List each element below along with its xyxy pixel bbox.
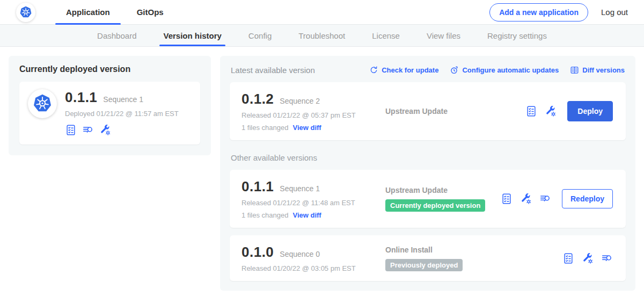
- version-row-info: 0.1.1 Sequence 1 Released 01/21/22 @ 11:…: [241, 178, 375, 219]
- released-timestamp: Released 01/21/22 @ 11:48 am EST: [241, 199, 375, 207]
- configure-automatic-updates-link[interactable]: Configure automatic updates: [450, 66, 559, 75]
- sequence-label: Sequence 1: [280, 184, 320, 193]
- refresh-icon: [369, 66, 378, 75]
- source-label: Upstream Update: [385, 107, 525, 116]
- preflight-checks-icon[interactable]: [501, 193, 513, 205]
- deployed-timestamp: Deployed 01/21/22 @ 11:57 am EST: [65, 110, 179, 118]
- edit-config-icon[interactable]: [582, 252, 594, 264]
- edit-config-icon[interactable]: [99, 124, 111, 136]
- preflight-checks-icon[interactable]: [525, 105, 537, 117]
- tab-config-label: Config: [248, 31, 272, 40]
- sequence-label: Sequence 0: [280, 250, 320, 258]
- version-actions: Check for update Configure automatic upd…: [369, 66, 625, 75]
- app-header: Application GitOps Add a new application…: [0, 0, 644, 25]
- deploy-logs-icon[interactable]: [82, 124, 94, 136]
- version-number: 0.1.0: [241, 244, 274, 261]
- released-timestamp: Released 01/20/22 @ 03:05 pm EST: [241, 264, 375, 272]
- tab-registry-settings[interactable]: Registry settings: [474, 25, 560, 46]
- deploy-logs-icon[interactable]: [601, 252, 613, 264]
- tab-application-label: Application: [66, 8, 110, 17]
- files-changed-label: 1 files changed: [241, 124, 288, 132]
- version-row-info: 0.1.2 Sequence 2 Released 01/21/22 @ 05:…: [241, 91, 375, 132]
- schedule-icon: [450, 66, 459, 75]
- tab-application[interactable]: Application: [57, 0, 119, 25]
- kubernetes-app-icon: [28, 89, 57, 118]
- tab-license[interactable]: License: [358, 25, 413, 46]
- version-history-panel: Latest available version Check for updat…: [220, 56, 635, 291]
- deployed-version-info: 0.1.1 Sequence 1 Deployed 01/21/22 @ 11:…: [65, 89, 179, 136]
- version-row-actions: Deploy: [525, 101, 614, 121]
- tab-gitops[interactable]: GitOps: [128, 0, 172, 25]
- other-versions-title: Other available versions: [231, 153, 626, 162]
- version-row-source: Online Install Previously deployed: [375, 246, 562, 271]
- logout-link[interactable]: Log out: [601, 8, 628, 17]
- sequence-label: Sequence 2: [280, 97, 320, 105]
- tab-version-history-label: Version history: [163, 31, 221, 40]
- latest-available-title: Latest available version: [231, 66, 315, 75]
- tab-view-files-label: View files: [427, 31, 460, 40]
- version-row-source: Upstream Update Currently deployed versi…: [375, 186, 501, 212]
- version-row: 0.1.1 Sequence 1 Released 01/21/22 @ 11:…: [230, 170, 626, 228]
- tab-troubleshoot[interactable]: Troubleshoot: [285, 25, 358, 46]
- preflight-checks-icon[interactable]: [65, 124, 77, 136]
- app-subnav: Dashboard Version history Config Trouble…: [0, 25, 644, 47]
- configure-automatic-updates-label: Configure automatic updates: [462, 66, 559, 74]
- deploy-logs-icon[interactable]: [539, 193, 551, 205]
- versions-header: Latest available version Check for updat…: [230, 64, 626, 75]
- preflight-checks-icon[interactable]: [562, 252, 574, 264]
- files-changed-label: 1 files changed: [241, 211, 288, 219]
- redeploy-button[interactable]: Redeploy: [562, 189, 613, 208]
- currently-deployed-panel: Currently deployed version: [9, 56, 211, 155]
- diff-versions-link[interactable]: Diff versions: [570, 66, 625, 75]
- version-row: 0.1.0 Sequence 0 Released 01/20/22 @ 03:…: [230, 235, 626, 281]
- source-label: Upstream Update: [385, 186, 501, 194]
- version-number: 0.1.2: [241, 91, 274, 107]
- deployed-sequence-label: Sequence 1: [103, 95, 143, 104]
- tab-view-files[interactable]: View files: [413, 25, 474, 46]
- tab-version-history[interactable]: Version history: [150, 25, 235, 46]
- tab-config[interactable]: Config: [235, 25, 285, 46]
- deployed-panel-title: Currently deployed version: [19, 64, 200, 74]
- tab-gitops-label: GitOps: [137, 8, 164, 17]
- view-diff-link[interactable]: View diff: [292, 211, 321, 219]
- tab-registry-settings-label: Registry settings: [487, 31, 547, 40]
- header-right: Add a new application Log out: [489, 3, 628, 21]
- tab-dashboard[interactable]: Dashboard: [84, 25, 150, 46]
- view-diff-link[interactable]: View diff: [292, 124, 321, 132]
- edit-config-icon[interactable]: [545, 105, 557, 117]
- check-for-update-label: Check for update: [382, 66, 438, 74]
- previously-deployed-badge: Previously deployed: [385, 259, 463, 271]
- primary-tabs: Application GitOps: [53, 0, 177, 25]
- kubernetes-logo: [16, 3, 35, 22]
- deploy-button[interactable]: Deploy: [567, 101, 613, 121]
- add-application-button[interactable]: Add a new application: [489, 3, 588, 21]
- diff-icon: [570, 66, 579, 75]
- version-row-actions: [562, 252, 614, 264]
- tab-troubleshoot-label: Troubleshoot: [298, 31, 345, 40]
- tab-dashboard-label: Dashboard: [97, 31, 136, 40]
- version-row-actions: Redeploy: [501, 189, 614, 208]
- currently-deployed-badge: Currently deployed version: [385, 199, 485, 212]
- released-timestamp: Released 01/21/22 @ 05:37 pm EST: [241, 111, 375, 119]
- version-row-source: Upstream Update: [375, 107, 525, 116]
- edit-config-icon[interactable]: [520, 193, 532, 205]
- version-row: 0.1.2 Sequence 2 Released 01/21/22 @ 05:…: [230, 82, 626, 140]
- diff-versions-label: Diff versions: [582, 66, 625, 74]
- tab-license-label: License: [372, 31, 400, 40]
- main-content: Currently deployed version: [0, 47, 644, 300]
- source-label: Online Install: [385, 246, 562, 254]
- check-for-update-link[interactable]: Check for update: [369, 66, 438, 75]
- version-row-info: 0.1.0 Sequence 0 Released 01/20/22 @ 03:…: [241, 244, 375, 272]
- deployed-version-card: 0.1.1 Sequence 1 Deployed 01/21/22 @ 11:…: [19, 82, 200, 145]
- version-number: 0.1.1: [241, 178, 274, 195]
- deployed-version-number: 0.1.1: [65, 89, 97, 106]
